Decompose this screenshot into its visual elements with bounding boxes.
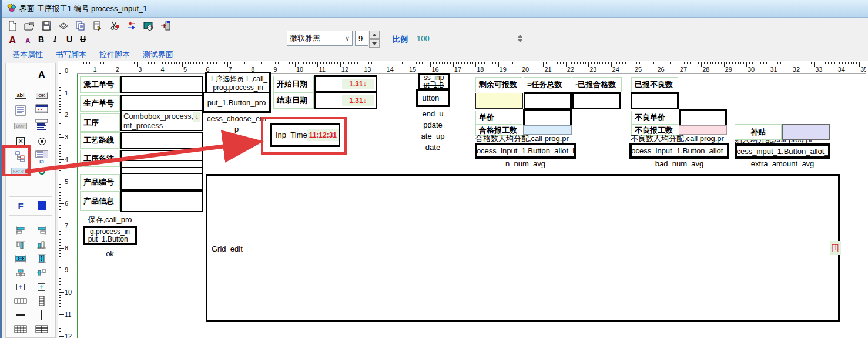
reported-ok-field[interactable] [572,92,621,109]
stepper-down-icon[interactable] [369,39,380,48]
annotation-rect-inp-time [261,117,347,155]
end-date-value[interactable]: 1.31↓ [342,95,374,106]
bold-button[interactable]: B [38,35,44,44]
process-combobox[interactable]: Combobox_process,e mf_process ↓ [120,110,203,131]
reported-bad-field[interactable] [631,92,679,109]
dispatch-no-input[interactable] [120,76,203,93]
cut-icon[interactable] [108,19,121,32]
allot-ok-caption-2: ocess_input_1.Button_allot_i [477,146,574,155]
font-family-select[interactable]: 微软雅黑 ∨ [287,31,353,46]
stepper-up-icon[interactable] [369,31,380,39]
process-remark-textarea[interactable] [120,150,203,174]
grid-edit-widget[interactable]: Grid_edit [206,174,840,322]
listbox-icon[interactable] [33,118,51,132]
font-size-stepper[interactable] [369,31,380,48]
font-icon[interactable]: F [12,199,29,213]
end-date-input[interactable]: 1.31↓ [314,92,377,109]
task-total-field[interactable] [524,92,572,109]
tab-basic-properties[interactable]: 基本属性 [12,49,43,60]
subsidy-label: 补贴 [735,124,782,140]
preview-icon[interactable] [56,19,70,32]
remaining-count-field[interactable] [475,93,523,109]
field-label-product-no: 产品编号 [80,174,120,190]
ok-button-icon[interactable]: OK [33,88,51,102]
allot-extra-caption-2: cess_input_1.Button_allot_ [736,147,828,156]
allot-extra-caption-3: extra_amount_avg [735,159,830,168]
tab-write-script[interactable]: 书写脚本 [56,49,86,60]
open-file-icon[interactable] [22,19,36,32]
route-input[interactable] [120,132,203,149]
process-combobox-text2: mf_process [123,121,163,130]
grid-resize-handle[interactable]: 田 [830,241,841,255]
font-large-button[interactable]: A [9,35,16,46]
space-horizontal-icon[interactable] [12,280,29,294]
scale-value: 100 [417,34,430,43]
allot-bad-caption-3: bad_num_avg [629,159,729,168]
end-date-label: 结束日期 [273,92,314,109]
paste-icon[interactable] [91,19,104,32]
label-icon[interactable]: A [33,68,51,82]
color-icon[interactable] [33,199,51,213]
datagrid-icon[interactable] [33,102,51,116]
combobox-dropdown-icon[interactable]: ↓ [193,112,200,122]
same-height-icon[interactable] [33,252,51,266]
selection-icon[interactable] [12,69,29,83]
bad-price-input[interactable] [679,109,727,126]
save-icon[interactable] [39,19,53,32]
italic-button[interactable]: I [53,35,56,44]
image-icon[interactable]: BMP [12,119,29,133]
end-update-frag-4: end_u [416,109,450,118]
combobox-icon[interactable]: sh [33,149,51,163]
allot-bad-button[interactable]: ocess_input_1.Button_allot_ [629,143,729,159]
vline-icon[interactable] [33,308,51,322]
space-vertical-icon[interactable] [33,280,51,294]
hline-icon[interactable] [12,308,29,322]
scale-stepper[interactable] [515,31,525,46]
start-date-value[interactable]: 1.31↓ [342,79,374,89]
copy-icon[interactable] [73,19,87,32]
save-button[interactable]: g.process_in put_1.Button_ [83,226,137,245]
table-icon[interactable] [33,322,51,336]
new-file-icon[interactable] [5,19,19,32]
tab-bar: 基本属性 书写脚本 控件脚本 测试界面 [2,48,868,61]
process-combobox-text1: Combobox_process,e [123,112,197,121]
refresh-icon[interactable]: ↻ [33,165,51,179]
grid-icon[interactable] [12,322,29,336]
field-label-process: 工序 [80,113,120,132]
columns-icon[interactable] [12,294,29,308]
refresh-screen-icon[interactable] [142,19,155,32]
center-vertical-icon[interactable] [33,266,51,280]
allot-ok-caption-3: n_num_avg [475,159,576,168]
end-update-frag-1: ss_inp [424,74,444,82]
end-update-button-2[interactable]: utton_ [416,89,450,107]
align-right-icon[interactable] [33,223,51,237]
unit-price-input[interactable] [523,109,572,126]
subsidy-field[interactable] [782,124,830,140]
radio-icon[interactable] [33,134,51,148]
start-date-input[interactable]: 1.31↓ [314,75,377,93]
same-width-icon[interactable] [12,252,29,266]
font-size-input[interactable]: 9 [355,31,368,46]
rows-icon[interactable] [33,294,51,308]
textbox-icon[interactable]: abⅠ [12,88,29,102]
exit-icon[interactable] [159,19,172,32]
align-top-icon[interactable] [12,237,29,252]
memo-icon[interactable] [12,103,29,118]
allot-extra-button[interactable]: cess_input_1.Button_allot_ [735,143,830,159]
tab-control-script[interactable]: 控件脚本 [99,49,130,60]
strikethrough-button[interactable]: U [80,35,86,44]
underline-button[interactable]: U [66,35,72,44]
allot-bad-caption-2: ocess_input_1.Button_allot_ [631,146,727,155]
end-update-button-1[interactable]: ss_inp ut_1.B [418,73,450,90]
tab-test-ui[interactable]: 测试界面 [143,49,173,60]
align-bottom-icon[interactable] [33,237,51,252]
center-horizontal-icon[interactable] [12,266,29,280]
swap-arrows-icon[interactable] [125,19,138,32]
product-info-input[interactable] [120,190,203,212]
font-small-button[interactable]: A [25,37,31,45]
choose-emp-button-2[interactable]: put_1.Button_pro [202,92,271,113]
align-left-icon[interactable] [12,223,29,237]
product-no-input[interactable] [120,173,203,190]
allot-ok-button[interactable]: ocess_input_1.Button_allot_i [475,143,576,159]
end-update-frag-3: utton_ [422,93,443,102]
